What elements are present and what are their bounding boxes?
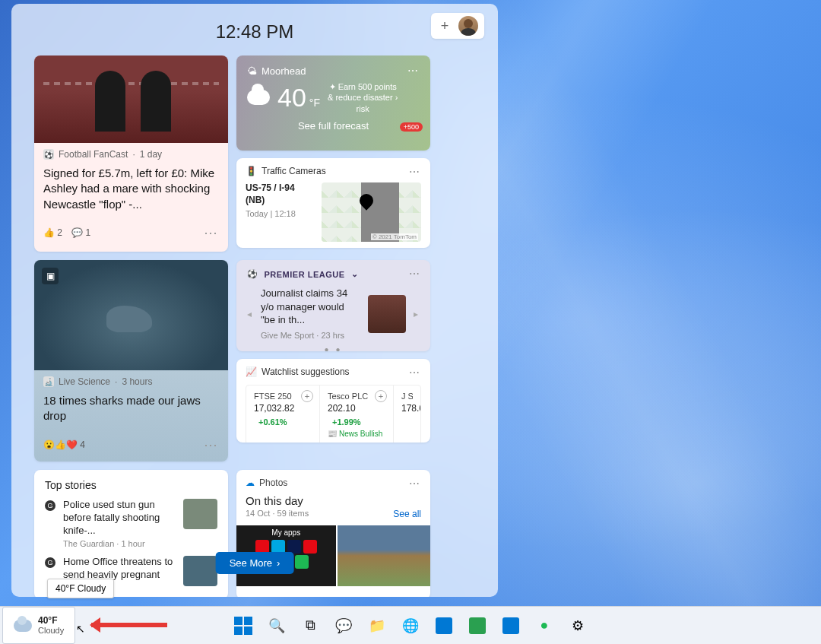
news-title: 18 times sharks made our jaws drop <box>34 390 228 430</box>
see-all-link[interactable]: See all <box>393 509 421 519</box>
news-age: 1 day <box>140 149 162 160</box>
weather-location: Moorhead <box>262 65 306 77</box>
full-forecast-link[interactable]: See full forecast <box>247 120 420 132</box>
map-pin-icon <box>357 191 376 210</box>
annotation-arrow <box>91 623 167 627</box>
news-title: Signed for £5.7m, left for £0: Mike Ashl… <box>34 163 228 218</box>
watchlist-widget[interactable]: ⋯ 📈Watchlist suggestions FTSE 250 + 17,0… <box>236 359 430 443</box>
source-icon: G <box>45 557 55 568</box>
story-item[interactable]: G Police used stun gun before fatally sh… <box>45 499 217 548</box>
stocks-icon: 📈 <box>246 366 257 377</box>
cloud-icon <box>247 90 270 105</box>
news-age: 3 hours <box>122 376 152 387</box>
chat-button[interactable]: 💬 <box>334 616 353 636</box>
onedrive-icon: ☁ <box>246 477 255 488</box>
weather-tooltip: 40°F Cloudy <box>47 579 114 598</box>
traffic-light-icon: 🚦 <box>246 166 257 176</box>
widgets-panel: 12:48 PM + ⚽ Football FanCast · 1 day Si… <box>11 4 498 597</box>
add-stock-button[interactable]: + <box>375 390 387 402</box>
pagination-dots[interactable]: ● ● <box>247 345 420 351</box>
more-icon[interactable]: ⋯ <box>409 366 421 379</box>
news-bullish-label: 📰 News Bullish <box>328 430 385 438</box>
traffic-road: US-75 / I-94 (NB) <box>246 182 314 206</box>
premier-thumbnail <box>368 295 406 333</box>
news-image: ▣ <box>34 260 228 370</box>
stock-item[interactable]: J Sain 178.69 <box>394 385 420 443</box>
more-icon[interactable]: ⋯ <box>409 477 421 490</box>
points-badge: +500 <box>400 122 423 132</box>
taskbar-temp: 40°F <box>38 616 64 626</box>
premier-headline: Journalist claims 34 y/o manager would "… <box>261 287 360 327</box>
traffic-time: Today | 12:18 <box>246 209 314 218</box>
like-button[interactable]: 👍 2 <box>43 227 62 238</box>
next-button[interactable]: ▸ <box>414 309 420 319</box>
news-source: Live Science <box>59 376 110 387</box>
more-icon[interactable]: ⋯ <box>204 436 219 453</box>
source-icon: ⚽ <box>43 149 54 160</box>
more-icon[interactable]: ⋯ <box>409 166 421 178</box>
more-icon[interactable]: ⋯ <box>204 224 219 241</box>
photo-tile[interactable] <box>338 525 431 586</box>
watchlist-title: Watchlist suggestions <box>262 366 350 377</box>
weather-widget[interactable]: 🌤Moorhead ⋯ 40°F ✦ Earn 500 points & red… <box>236 56 430 151</box>
taskbar-weather-widget[interactable]: 40°F Cloudy <box>2 607 75 644</box>
news-card-shark[interactable]: ▣ 🔬 Live Science · 3 hours 18 times shar… <box>34 260 228 462</box>
app-button[interactable] <box>434 616 454 636</box>
edge-button[interactable]: 🌐 <box>401 616 420 636</box>
photos-title: On this day <box>246 494 421 507</box>
top-stories-title: Top stories <box>45 479 217 491</box>
task-view-button[interactable]: ⧉ <box>300 616 320 636</box>
premier-league-icon: ⚽ <box>247 269 258 279</box>
chevron-right-icon: › <box>277 557 280 569</box>
premier-label: PREMIER LEAGUE <box>265 270 345 279</box>
story-thumbnail <box>183 499 217 529</box>
add-stock-button[interactable]: + <box>301 390 313 402</box>
source-icon: 🔬 <box>43 376 54 387</box>
taskbar: 40°F Cloudy ↖ 🔍 ⧉ 💬 📁 🌐 ● ⚙ <box>0 606 821 644</box>
settings-button[interactable]: ⚙ <box>568 616 588 636</box>
traffic-map[interactable]: © 2021 TomTom <box>322 182 421 242</box>
premier-league-widget[interactable]: ⋯ ⚽ PREMIER LEAGUE ⌄ ◂ Journalist claims… <box>236 260 430 351</box>
cloud-icon <box>14 620 32 632</box>
prev-button[interactable]: ◂ <box>247 309 253 319</box>
spotify-button[interactable]: ● <box>534 616 554 636</box>
source-icon: G <box>45 500 55 511</box>
more-icon[interactable]: ⋯ <box>409 268 421 280</box>
file-explorer-button[interactable]: 📁 <box>367 616 387 636</box>
taskbar-condition: Cloudy <box>38 626 64 635</box>
start-button[interactable] <box>233 616 253 636</box>
news-source: Football FanCast <box>59 149 128 160</box>
photos-label: Photos <box>259 477 287 488</box>
weather-temp: 40 <box>277 83 306 113</box>
sun-icon: 🌤 <box>247 65 257 77</box>
news-card-football[interactable]: ⚽ Football FanCast · 1 day Signed for £5… <box>34 56 228 252</box>
weather-promo[interactable]: ✦ Earn 500 points & reduce disaster › ri… <box>328 81 398 114</box>
chevron-down-icon[interactable]: ⌄ <box>351 269 359 279</box>
news-image <box>34 56 228 143</box>
stock-item[interactable]: FTSE 250 + 17,032.82 +0.61% <box>246 385 320 443</box>
top-stories-widget[interactable]: Top stories G Police used stun gun befor… <box>34 470 228 597</box>
app-button[interactable] <box>501 616 521 636</box>
comment-button[interactable]: 💬 1 <box>71 227 90 238</box>
more-icon[interactable]: ⋯ <box>407 65 420 77</box>
gallery-icon: ▣ <box>42 268 59 284</box>
map-attribution: © 2021 TomTom <box>371 233 418 240</box>
traffic-title: Traffic Cameras <box>262 166 326 176</box>
add-widget-button[interactable]: + <box>437 18 452 33</box>
photos-subtitle: 14 Oct · 59 items <box>246 509 309 519</box>
panel-time: 12:48 PM <box>216 21 294 43</box>
see-more-button[interactable]: See More› <box>216 552 294 574</box>
user-avatar[interactable] <box>458 16 478 36</box>
panel-header: 12:48 PM + <box>34 13 475 51</box>
search-button[interactable]: 🔍 <box>267 616 287 636</box>
reactions[interactable]: 😮👍❤️ 4 <box>43 439 85 450</box>
traffic-widget[interactable]: ⋯ 🚦Traffic Cameras US-75 / I-94 (NB) Tod… <box>236 158 430 248</box>
stock-item[interactable]: Tesco PLC + 202.10 +1.99% 📰 News Bullish <box>320 385 394 443</box>
photos-widget[interactable]: ⋯ ☁Photos On this day 14 Oct · 59 items … <box>236 470 430 597</box>
story-thumbnail <box>183 556 217 586</box>
app-button[interactable] <box>468 616 487 636</box>
